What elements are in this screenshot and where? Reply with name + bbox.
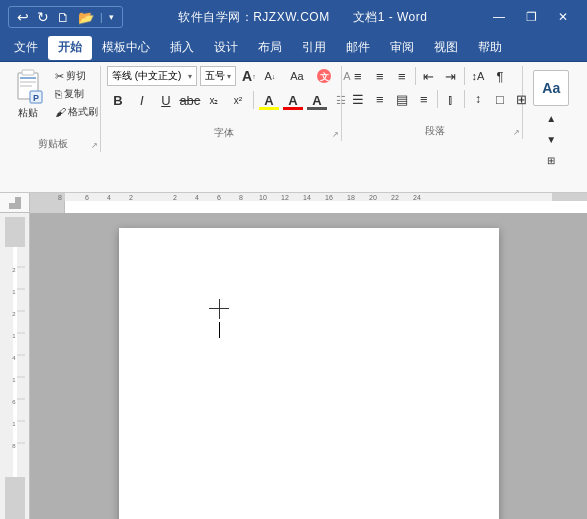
window-controls: — ❐ ✕ <box>483 4 579 30</box>
svg-text:6: 6 <box>217 194 221 201</box>
para-sep-2 <box>464 67 465 85</box>
menu-layout[interactable]: 布局 <box>248 36 292 60</box>
font-row-1: 等线 (中文正文) ▾ 五号 ▾ A↑ A↓ Aa 文 <box>107 66 357 86</box>
font-color-bar <box>283 107 303 110</box>
title-bar: ↩ ↻ 🗋 📂 | ▾ 软件自学网：RJZXW.COM 文档1 - Word —… <box>0 0 587 34</box>
font-separator <box>253 91 254 109</box>
styles-up-button[interactable]: ▲ <box>541 108 561 128</box>
document-page[interactable] <box>119 228 499 519</box>
sort-button[interactable]: ↕A <box>468 66 488 86</box>
qa-dropdown-button[interactable]: ▾ <box>107 13 116 22</box>
menu-home[interactable]: 开始 <box>48 36 92 60</box>
font-name-selector[interactable]: 等线 (中文正文) ▾ <box>107 66 197 86</box>
char-bg-a-label: A <box>312 93 321 108</box>
title-center: 软件自学网：RJZXW.COM 文档1 - Word <box>123 9 483 26</box>
styles-more-button[interactable]: ⊞ <box>541 150 561 170</box>
new-button[interactable]: 🗋 <box>55 11 72 24</box>
svg-text:2: 2 <box>129 194 133 201</box>
ruler-corner[interactable] <box>0 193 30 213</box>
strikethrough-button[interactable]: abc <box>179 89 201 111</box>
italic-button[interactable]: I <box>131 89 153 111</box>
menu-design[interactable]: 设计 <box>204 36 248 60</box>
format-painter-label: 格式刷 <box>68 105 98 119</box>
highlight-color-bar <box>259 107 279 110</box>
char-bg-button[interactable]: A <box>306 89 328 111</box>
bullets-button[interactable]: ≡ <box>348 66 368 86</box>
restore-button[interactable]: ❐ <box>515 4 547 30</box>
font-shrink-button[interactable]: A↓ <box>260 66 280 86</box>
menu-review[interactable]: 审阅 <box>380 36 424 60</box>
menu-view[interactable]: 视图 <box>424 36 468 60</box>
underline-button[interactable]: U <box>155 89 177 111</box>
para-row-2: ☰ ≡ ▤ ≡ ⫿ ↕ □ ⊞ <box>348 89 532 109</box>
menu-insert[interactable]: 插入 <box>160 36 204 60</box>
font-color-circle-button[interactable]: 文 <box>314 66 334 86</box>
align-center-button[interactable]: ≡ <box>370 89 390 109</box>
text-highlight-button[interactable]: A <box>258 89 280 111</box>
show-marks-button[interactable]: ¶ <box>490 66 510 86</box>
svg-text:20: 20 <box>369 194 377 201</box>
paste-label: 粘贴 <box>18 106 38 120</box>
cut-button[interactable]: ✂ 剪切 <box>52 68 101 84</box>
align-right-button[interactable]: ▤ <box>392 89 412 109</box>
font-name-value: 等线 (中文正文) <box>112 69 186 83</box>
clipboard-buttons: P 粘贴 ✂ 剪切 ⎘ 复制 🖌 格式刷 <box>6 66 101 136</box>
align-left-button[interactable]: ☰ <box>348 89 368 109</box>
subscript-button[interactable]: x₂ <box>203 89 225 111</box>
menu-mail[interactable]: 邮件 <box>336 36 380 60</box>
change-case-button[interactable]: Aa <box>283 66 311 86</box>
svg-rect-66 <box>5 477 25 519</box>
redo-button[interactable]: ↻ <box>35 10 51 24</box>
numbering-button[interactable]: ≡ <box>370 66 390 86</box>
paragraph-group-label: 段落 <box>348 124 522 139</box>
small-clipboard-buttons: ✂ 剪切 ⎘ 复制 🖌 格式刷 <box>52 68 101 120</box>
document-content-area[interactable] <box>30 213 587 519</box>
undo-button[interactable]: ↩ <box>15 10 31 24</box>
font-color-button[interactable]: A <box>282 89 304 111</box>
ribbon: P 粘贴 ✂ 剪切 ⎘ 复制 🖌 格式刷 <box>0 62 587 193</box>
svg-text:16: 16 <box>325 194 333 201</box>
menu-references[interactable]: 引用 <box>292 36 336 60</box>
qa-separator: | <box>100 12 103 23</box>
paste-svg: P <box>12 69 44 105</box>
doc-title: 文档1 - Word <box>353 10 428 24</box>
styles-preview-button[interactable]: Aa <box>533 70 569 106</box>
svg-text:8: 8 <box>239 194 243 201</box>
columns-button[interactable]: ⫿ <box>441 89 461 109</box>
clipboard-expand-icon[interactable]: ↗ <box>91 141 98 150</box>
paste-button[interactable]: P 粘贴 <box>6 66 50 122</box>
svg-rect-4 <box>20 85 32 87</box>
ruler-corner-icon <box>8 196 22 210</box>
open-button[interactable]: 📂 <box>76 11 96 24</box>
multilevel-button[interactable]: ≡ <box>392 66 412 86</box>
bold-button[interactable]: B <box>107 89 129 111</box>
svg-text:P: P <box>33 93 39 103</box>
svg-text:14: 14 <box>303 194 311 201</box>
menu-help[interactable]: 帮助 <box>468 36 512 60</box>
paragraph-expand-icon[interactable]: ↗ <box>513 128 520 137</box>
copy-button[interactable]: ⎘ 复制 <box>52 86 101 102</box>
font-size-selector[interactable]: 五号 ▾ <box>200 66 236 86</box>
svg-rect-64 <box>5 217 25 247</box>
svg-rect-3 <box>20 81 36 83</box>
cursor-vertical <box>219 299 220 319</box>
shading-button[interactable]: □ <box>490 89 510 109</box>
svg-text:10: 10 <box>259 194 267 201</box>
justify-button[interactable]: ≡ <box>414 89 434 109</box>
increase-indent-button[interactable]: ⇥ <box>441 66 461 86</box>
menu-template[interactable]: 模板中心 <box>92 36 160 60</box>
svg-rect-9 <box>9 203 21 209</box>
decrease-indent-button[interactable]: ⇤ <box>419 66 439 86</box>
styles-down-button[interactable]: ▼ <box>541 129 561 149</box>
format-painter-button[interactable]: 🖌 格式刷 <box>52 104 101 120</box>
font-grow-button[interactable]: A↑ <box>239 66 259 86</box>
menu-file[interactable]: 文件 <box>4 36 48 60</box>
superscript-button[interactable]: x² <box>227 89 249 111</box>
svg-text:22: 22 <box>391 194 399 201</box>
font-controls: 等线 (中文正文) ▾ 五号 ▾ A↑ A↓ Aa 文 <box>107 66 357 125</box>
font-expand-icon[interactable]: ↗ <box>332 130 339 139</box>
line-spacing-button[interactable]: ↕ <box>468 89 488 109</box>
para-sep-3 <box>437 90 438 108</box>
minimize-button[interactable]: — <box>483 4 515 30</box>
close-button[interactable]: ✕ <box>547 4 579 30</box>
